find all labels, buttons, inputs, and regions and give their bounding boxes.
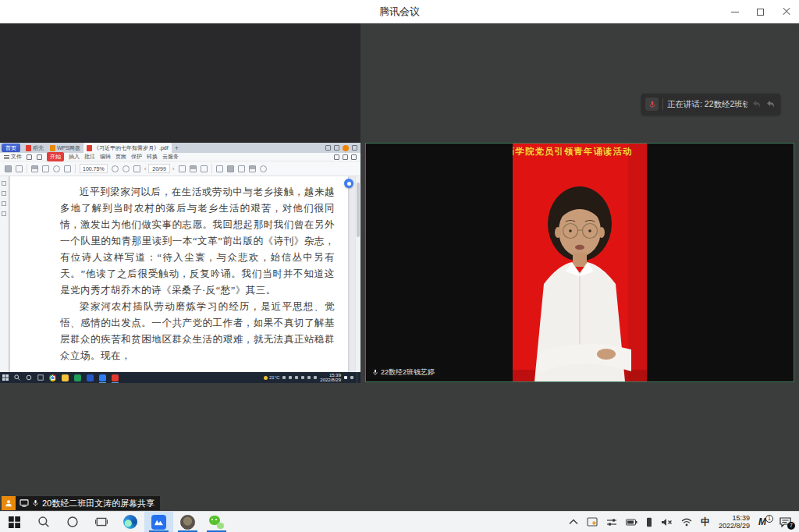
save-icon[interactable]	[27, 154, 32, 160]
ime-indicator[interactable]: 中	[701, 516, 710, 529]
bookmark-panel-icon[interactable]	[2, 181, 6, 186]
wps-tab-docer[interactable]: 稻壳	[23, 143, 47, 153]
search-button[interactable]	[29, 512, 58, 532]
ime-icon[interactable]	[344, 376, 347, 379]
phone-link-icon[interactable]	[646, 517, 652, 527]
speaking-indicator[interactable]: 正在讲话: 22数经2班钱艺...	[641, 94, 780, 115]
green-app-icon[interactable]	[74, 374, 81, 381]
pdf-to-word-icon[interactable]	[31, 165, 38, 172]
window-icon[interactable]	[334, 145, 339, 151]
share-icon[interactable]	[343, 154, 348, 160]
tray-icon[interactable]	[289, 376, 292, 379]
tray-icon[interactable]	[314, 376, 317, 379]
wps-home-tab[interactable]: 首页	[2, 144, 20, 152]
reply-arrow-icon[interactable]	[765, 98, 776, 112]
maximize-button[interactable]	[748, 0, 773, 23]
photos-tray-icon[interactable]	[587, 517, 598, 527]
meeting-app-icon[interactable]	[99, 374, 106, 381]
menu-edit[interactable]: 编辑	[100, 153, 111, 161]
edit-pdf-icon[interactable]	[42, 165, 49, 172]
background-icon[interactable]	[216, 165, 223, 172]
speaker-muted-icon[interactable]	[661, 518, 673, 527]
collapse-ribbon-icon[interactable]	[351, 154, 357, 160]
cortana-button[interactable]	[58, 512, 87, 532]
start-button[interactable]	[0, 512, 29, 532]
minimize-button[interactable]	[722, 0, 748, 23]
new-tab-button[interactable]: +	[172, 144, 182, 152]
search-icon[interactable]	[14, 374, 20, 381]
camera-app-button[interactable]	[173, 512, 202, 532]
highlight-icon[interactable]	[227, 165, 234, 172]
close-button[interactable]	[773, 0, 799, 23]
annotate-icon[interactable]	[238, 165, 245, 172]
network-meter-icon[interactable]: M 1	[758, 516, 771, 527]
battery-icon[interactable]	[626, 519, 637, 526]
wps-assistant-floating-button[interactable]	[344, 179, 353, 188]
layout-icon[interactable]	[325, 145, 331, 151]
zoom-in-icon[interactable]	[123, 165, 130, 172]
tray-icon[interactable]	[301, 376, 304, 379]
thumbnail-panel-icon[interactable]	[2, 191, 6, 196]
file-menu[interactable]: 文件	[4, 153, 22, 161]
page-indicator[interactable]: 20/99	[148, 164, 170, 173]
attachment-panel-icon[interactable]	[2, 211, 6, 216]
annotation-panel-icon[interactable]	[2, 201, 6, 206]
read-aloud-icon[interactable]	[53, 165, 60, 172]
previous-page-button[interactable]: ‹	[144, 165, 147, 172]
single-page-icon[interactable]	[179, 165, 186, 172]
menu-protect[interactable]: 保护	[131, 153, 142, 161]
tray-icon[interactable]	[307, 376, 311, 379]
blue-app-icon[interactable]	[87, 374, 94, 381]
menu-insert[interactable]: 插入	[69, 153, 80, 161]
start-icon[interactable]	[2, 374, 9, 381]
shared-clock[interactable]: 15:39 2022/8/29	[320, 373, 341, 382]
active-speaker-video[interactable]: 商学院党员引领青年诵读活动 22数经2班钱艺婷	[365, 143, 794, 382]
folder-icon[interactable]	[62, 374, 69, 381]
document-area[interactable]: 近平到梁家河以后，在生活或劳动中与老乡接触，越来越多地了解到当时农村的落后与老乡…	[9, 176, 360, 372]
menu-cloud[interactable]: 云服务	[162, 153, 179, 161]
wps-tab-pdf-active[interactable]: 《习近平的七年知青岁月》.pdf	[83, 143, 172, 153]
next-page-button[interactable]: ›	[172, 165, 175, 172]
cortana-icon[interactable]	[26, 374, 32, 381]
fit-page-icon[interactable]	[133, 165, 140, 172]
menu-comment[interactable]: 批注	[84, 153, 95, 161]
tencent-meeting-button[interactable]	[144, 512, 173, 532]
auto-scroll-icon[interactable]	[64, 165, 71, 172]
tray-icon[interactable]	[282, 376, 286, 379]
print-icon[interactable]	[37, 154, 42, 160]
select-tool-icon[interactable]	[16, 165, 23, 172]
tray-expand-icon[interactable]	[569, 519, 578, 525]
menu-convert[interactable]: 转换	[147, 153, 158, 161]
edge-button[interactable]	[115, 512, 144, 532]
menu-start[interactable]: 开始	[47, 152, 64, 161]
menu-page[interactable]: 页面	[115, 153, 126, 161]
find-icon[interactable]	[334, 154, 339, 160]
task-view-button[interactable]	[87, 512, 115, 532]
wifi-icon[interactable]	[681, 518, 692, 527]
chrome-icon[interactable]	[49, 374, 56, 381]
hand-tool-icon[interactable]	[5, 165, 12, 172]
screen-share-view[interactable]: 首页 稻壳 WPS网盘 《习近平的七年知青岁月》.pdf +	[0, 143, 360, 383]
minimize-icon[interactable]	[352, 145, 357, 151]
wps-app-icon[interactable]	[112, 374, 119, 381]
continuous-read-icon[interactable]	[201, 165, 208, 172]
tray-icon[interactable]	[295, 376, 298, 379]
show-desktop-button[interactable]	[357, 372, 358, 383]
double-page-icon[interactable]	[190, 165, 197, 172]
vertical-scrollbar[interactable]	[355, 176, 360, 372]
action-center-button[interactable]: 7	[779, 517, 791, 527]
scrollbar-thumb[interactable]	[357, 183, 360, 237]
zoom-level[interactable]: 100.75%	[80, 164, 108, 173]
reaction-arrow-icon[interactable]	[751, 98, 762, 112]
zoom-out-icon[interactable]	[112, 165, 119, 172]
notification-icon[interactable]	[350, 376, 353, 379]
search-icon[interactable]	[260, 165, 267, 172]
sync-settings-icon[interactable]	[606, 518, 617, 527]
screenshot-icon[interactable]	[249, 165, 256, 172]
taskbar-clock[interactable]: 15:39 2022/8/29	[719, 514, 750, 530]
task-view-icon[interactable]	[37, 374, 44, 381]
account-avatar[interactable]	[343, 145, 349, 151]
wechat-button[interactable]	[202, 512, 231, 532]
weather-widget[interactable]: 21°C	[264, 375, 279, 380]
screen-share-banner[interactable]: 20数经二班田文涛的屏幕共享	[2, 496, 160, 510]
